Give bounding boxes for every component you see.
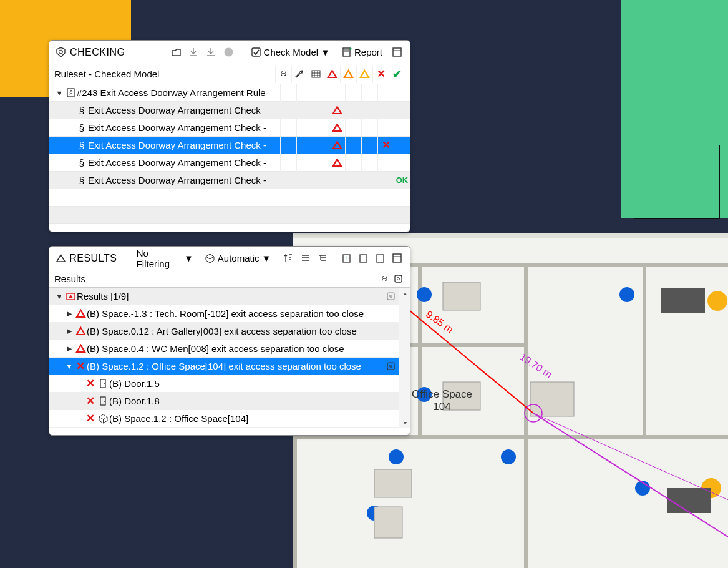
svg-marker-68 bbox=[99, 414, 107, 419]
table-column-icon[interactable] bbox=[308, 66, 324, 83]
svg-point-2 bbox=[389, 449, 404, 464]
error-x-icon: ✕ bbox=[74, 360, 87, 373]
filter-dropdown[interactable]: No Filtering ▼ bbox=[133, 247, 197, 270]
check-row[interactable]: § Exit Access Doorway Arrangement Check … bbox=[49, 172, 410, 189]
empty-row bbox=[49, 189, 410, 207]
expand-arrow-icon[interactable]: ▶ bbox=[64, 327, 74, 335]
bg-green-triangle-line bbox=[633, 144, 721, 220]
result-item-row[interactable]: ▶ (B) Space.0.12 : Art Gallery[003] exit… bbox=[49, 323, 399, 340]
svg-line-17 bbox=[533, 413, 728, 538]
expand-arrow-icon[interactable]: ▼ bbox=[54, 293, 64, 300]
expand-arrow-icon[interactable]: ▶ bbox=[64, 345, 74, 353]
svg-rect-15 bbox=[374, 507, 402, 538]
result-child-label: (B) Space.1.2 : Office Space[104] bbox=[109, 413, 382, 424]
checking-rows: ▼ § #243 Exit Access Doorway Arrangement… bbox=[49, 84, 410, 224]
list-button[interactable] bbox=[299, 252, 312, 265]
results-root-icon bbox=[64, 291, 77, 301]
scroll-down-icon[interactable]: ▾ bbox=[399, 418, 410, 428]
check-row-label: Exit Access Doorway Arrangement Check - bbox=[88, 140, 280, 150]
triangle-outline-icon bbox=[56, 253, 66, 263]
check-column-icon[interactable]: ✔ bbox=[389, 66, 405, 83]
open-folder-button[interactable] bbox=[170, 46, 183, 59]
svg-rect-11 bbox=[530, 382, 574, 416]
tri-red-column-icon[interactable] bbox=[324, 66, 340, 83]
floorplan-room-num: 104 bbox=[433, 401, 450, 413]
mode-dropdown[interactable]: Automatic ▼ bbox=[201, 252, 275, 265]
check-row[interactable]: § Exit Access Doorway Arrangement Check … bbox=[49, 137, 410, 154]
svg-rect-62 bbox=[387, 363, 394, 370]
svg-point-63 bbox=[389, 365, 392, 368]
svg-point-5 bbox=[619, 287, 634, 302]
tri-yellow-column-icon[interactable] bbox=[356, 66, 372, 83]
focus-icon-small[interactable] bbox=[382, 291, 399, 301]
section-icon: § bbox=[75, 175, 88, 185]
checkbox-icon bbox=[251, 47, 261, 57]
expand-arrow-icon[interactable]: ▶ bbox=[64, 310, 74, 318]
focus-icon[interactable] bbox=[391, 272, 405, 286]
svg-marker-35 bbox=[328, 71, 336, 77]
mode-label: Automatic bbox=[218, 253, 260, 263]
panel-layout-button[interactable] bbox=[390, 46, 404, 59]
results-header: Results bbox=[49, 270, 410, 288]
result-item-row[interactable]: ▶ (B) Space.0.4 : WC Men[008] exit acces… bbox=[49, 340, 399, 358]
result-child-row[interactable]: ✕ (B) Door.1.5 bbox=[49, 375, 399, 393]
svg-point-22 bbox=[225, 48, 233, 57]
results-panel: RESULTS No Filtering ▼ Automatic ▼ + − R… bbox=[49, 246, 410, 436]
check-row-label: Exit Access Doorway Arrangement Check bbox=[88, 105, 280, 115]
link-icon-2[interactable] bbox=[377, 272, 391, 286]
svg-marker-20 bbox=[57, 47, 65, 57]
report-icon: + bbox=[341, 47, 352, 57]
svg-marker-37 bbox=[361, 71, 369, 77]
svg-marker-43 bbox=[333, 159, 341, 166]
results-root-row[interactable]: ▼ Results [1/9] bbox=[49, 288, 399, 305]
tree-button[interactable] bbox=[316, 252, 329, 265]
section-icon: § bbox=[75, 140, 88, 150]
wrench-column-icon[interactable] bbox=[291, 66, 308, 83]
check-row[interactable]: § Exit Access Doorway Arrangement Check … bbox=[49, 154, 410, 172]
svg-point-4 bbox=[501, 449, 516, 464]
results-scrollbar[interactable]: ▴ ▾ bbox=[399, 288, 410, 428]
warning-triangle-icon bbox=[74, 343, 87, 354]
clipboard-remove-button[interactable]: − bbox=[357, 252, 370, 265]
download-button-1[interactable] bbox=[187, 46, 201, 59]
panel-layout-button-2[interactable] bbox=[391, 252, 404, 265]
ruleset-header-label: Ruleset - Checked Model bbox=[54, 69, 159, 79]
focus-icon-small[interactable] bbox=[382, 361, 399, 371]
expand-arrow-icon[interactable]: ▼ bbox=[54, 89, 64, 97]
clipboard-add-button[interactable]: + bbox=[340, 252, 353, 265]
checking-title: CHECKING bbox=[70, 47, 125, 58]
svg-point-21 bbox=[59, 50, 63, 54]
ruleset-parent-row[interactable]: ▼ § #243 Exit Access Doorway Arrangement… bbox=[49, 84, 410, 102]
tri-orange-column-icon[interactable] bbox=[340, 66, 356, 83]
error-x-icon: ✕ bbox=[84, 412, 97, 425]
svg-rect-13 bbox=[667, 488, 711, 513]
check-row-label: Exit Access Doorway Arrangement Check - bbox=[88, 175, 280, 185]
x-column-icon[interactable]: ✕ bbox=[372, 66, 389, 83]
result-item-row[interactable]: ▶ (B) Space.-1.3 : Tech. Room[-102] exit… bbox=[49, 305, 399, 323]
svg-marker-59 bbox=[77, 310, 85, 317]
report-button[interactable]: + Report bbox=[337, 46, 386, 59]
result-item-label: (B) Space.0.12 : Art Gallery[003] exit a… bbox=[87, 326, 382, 336]
svg-point-0 bbox=[417, 287, 432, 302]
expand-arrow-icon[interactable]: ▼ bbox=[64, 363, 74, 370]
svg-text:§: § bbox=[69, 89, 73, 96]
warning-triangle-icon bbox=[74, 308, 87, 319]
stop-button[interactable] bbox=[222, 46, 236, 59]
scroll-up-icon[interactable]: ▴ bbox=[399, 288, 410, 298]
check-model-button[interactable]: Check Model ▼ bbox=[247, 46, 334, 59]
svg-rect-14 bbox=[374, 469, 412, 497]
sort-button[interactable] bbox=[282, 252, 295, 265]
svg-rect-51 bbox=[393, 254, 401, 262]
clipboard-button[interactable] bbox=[374, 252, 387, 265]
result-item-row[interactable]: ▼ ✕ (B) Space.1.2 : Office Space[104] ex… bbox=[49, 358, 399, 375]
section-icon: § bbox=[75, 105, 88, 115]
svg-text:+: + bbox=[349, 47, 352, 52]
result-child-row[interactable]: ✕ (B) Space.1.2 : Office Space[104] bbox=[49, 410, 399, 428]
svg-rect-12 bbox=[661, 288, 705, 313]
check-row[interactable]: § Exit Access Doorway Arrangement Check bbox=[49, 102, 410, 119]
link-column-icon[interactable] bbox=[275, 66, 291, 83]
download-button-2[interactable] bbox=[205, 46, 218, 59]
check-row[interactable]: § Exit Access Doorway Arrangement Check … bbox=[49, 119, 410, 137]
result-child-row[interactable]: ✕ (B) Door.1.8 bbox=[49, 393, 399, 410]
cube-icon bbox=[97, 413, 109, 424]
